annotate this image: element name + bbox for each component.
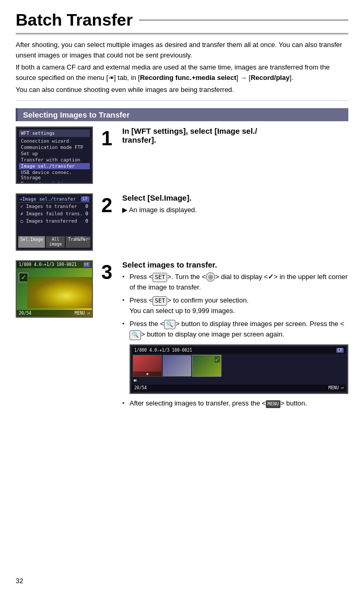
step-1-content: In [WFT settings], select [Image sel./tr… [122,126,348,147]
step-1-title: In [WFT settings], select [Image sel./tr… [122,126,348,144]
screen2-row-1: ✓ Images to transfer0 [18,203,90,210]
menu-item-caption: Transfer with caption [19,157,90,163]
menu-item-usb: USB device connec. Storage [19,169,90,181]
dial-icon: ◎ [206,272,215,282]
sub-screen: 1/800 4.0☆+1/3 100-0021CF ■ ✓ ■L [130,344,348,394]
menu-item-setup: Set up [19,150,90,157]
step-2-number: 2 [101,195,116,215]
step-3-bullets: Press <SET>. Turn the <◎> dial to displa… [122,272,348,340]
menu-item-error: Error description [19,181,90,184]
thumb-2 [162,355,192,377]
step-3-bullet-2: Press <SET> to confirm your selection. Y… [122,295,348,316]
photo-overlay-top: 1/800 4.0☆+1/3 100-0021 CF [17,261,92,268]
step-2-title: Select [Sel.Image]. [122,193,348,202]
all-image-btn[interactable]: All image [46,236,65,248]
step-1-image: WFT settings Connection wizard Communica… [16,126,94,184]
zoom-in-btn: 🔍 [130,330,141,340]
title-decoration [139,19,348,21]
step-3-content: Select images to transfer. Press <SET>. … [122,260,348,411]
section-divider [16,100,348,101]
set-btn-1: SET [152,273,167,283]
menu-item-imagesel: Image sel./transfer [19,163,90,169]
sub-screen-bottom: 20/54 MENU ↩ [132,385,346,391]
sub-screen-top: 1/800 4.0☆+1/3 100-0021CF [132,347,346,354]
menu-label: MENU [266,400,280,409]
intro-line-1: After shooting, you can select multiple … [16,40,348,60]
step-3-bullet-4: After selecting images to transfer, pres… [122,398,348,409]
step-3: 1/800 4.0☆+1/3 100-0021 CF ✓ 20/54 MENU … [16,260,348,411]
screen2-row-3: ○ Images transferred0 [18,217,90,225]
step-3-image: 1/800 4.0☆+1/3 100-0021 CF ✓ 20/54 MENU … [16,260,94,318]
step-3-bullet-3: Press the <🔍> button to display three im… [122,319,348,340]
section-header-text: Selecting Images to Transfer [23,110,130,119]
screen2-title: ⇒Image sel./transfer CF [18,196,90,203]
step-1: WFT settings Connection wizard Communica… [16,126,348,184]
intro-line-2: If both a camera CF card and external me… [16,62,348,83]
step-3-bullets-2: After selecting images to transfer, pres… [122,398,348,409]
sel-image-btn[interactable]: Sel.Image [18,236,45,248]
step-2-image: ⇒Image sel./transfer CF ✓ Images to tran… [16,193,94,251]
screen-image-sel: ⇒Image sel./transfer CF ✓ Images to tran… [16,193,93,251]
step-2-content: Select [Sel.Image]. ▶ An image is displa… [122,193,348,215]
step-3-number: 3 [101,262,116,282]
screen2-row-2: ✗ Images failed trans.0 [18,210,90,217]
zoom-out-btn: 🔍 [164,320,175,330]
menu-item-commmode: Communication mode FTP [19,144,90,150]
step-2: ⇒Image sel./transfer CF ✓ Images to tran… [16,193,348,251]
title-text: Batch Transfer [16,10,133,30]
section-header: Selecting Images to Transfer [16,108,348,121]
step-3-title: Select images to transfer. [122,260,348,269]
page-number: 32 [16,577,23,585]
intro-line-3: You can also continue shooting even whil… [16,85,348,95]
step-2-body: ▶ An image is displayed. [122,205,348,215]
set-btn-2: SET [152,296,167,306]
thumb-3: ✓ [192,355,221,377]
step-1-number: 1 [101,129,116,148]
photo-overlay-bottom: 20/54 MENU ↩ [17,310,92,317]
screen-wft-settings: WFT settings Connection wizard Communica… [16,126,93,184]
intro-section: After shooting, you can select multiple … [16,40,348,95]
screen-title-bar: WFT settings [19,130,90,137]
page-title: Batch Transfer [16,10,348,34]
thumb-1: ■ [133,355,162,377]
menu-item-connection: Connection wizard [19,138,90,144]
screen-photo: 1/800 4.0☆+1/3 100-0021 CF ✓ 20/54 MENU … [16,260,93,318]
step-3-bullet-1: Press <SET>. Turn the <◎> dial to displa… [122,272,348,293]
